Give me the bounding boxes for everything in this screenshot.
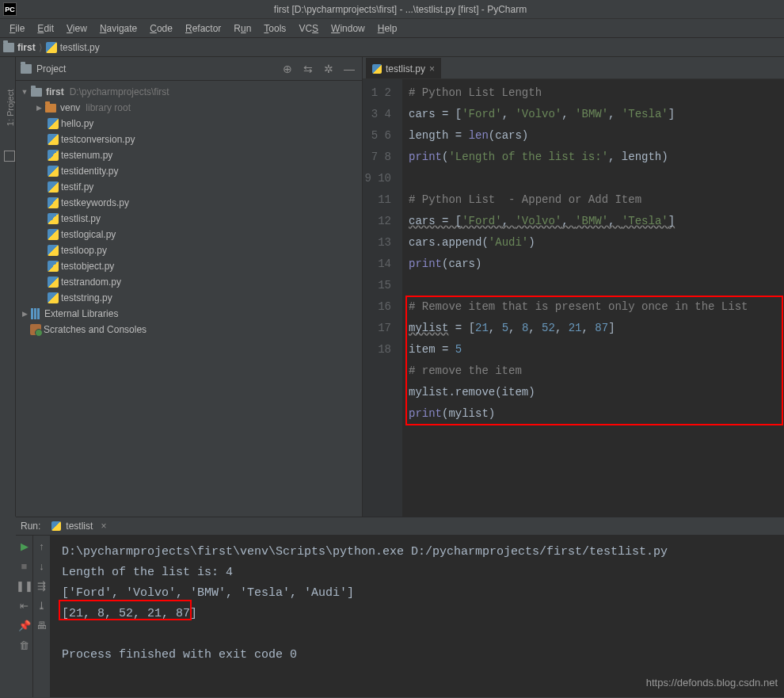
folder-icon xyxy=(31,88,42,97)
hide-icon[interactable]: — xyxy=(341,61,357,77)
tree-file[interactable]: testlogical.py xyxy=(16,227,362,242)
menu-bar: File Edit View Navigate Code Refactor Ru… xyxy=(0,19,784,38)
project-panel-title: Project xyxy=(36,63,66,74)
tool-window-stripe-left: 1: Project xyxy=(0,57,16,517)
main-area: 1: Project Project ⊕ ⇆ ✲ — ▼ first D:\py… xyxy=(0,57,784,517)
tree-file[interactable]: testif.py xyxy=(16,179,362,195)
tree-file[interactable]: teststring.py xyxy=(16,290,362,306)
tree-file[interactable]: testloop.py xyxy=(16,242,362,258)
menu-refactor[interactable]: Refactor xyxy=(181,21,226,36)
python-file-icon xyxy=(48,197,59,208)
app-logo-icon: PC xyxy=(3,2,17,16)
menu-help[interactable]: Help xyxy=(373,21,402,36)
menu-tools[interactable]: Tools xyxy=(259,21,291,36)
editor-tab[interactable]: testlist.py × xyxy=(366,58,441,78)
project-tool-tab[interactable]: 1: Project xyxy=(6,90,15,126)
folder-icon xyxy=(3,43,14,52)
exit-icon[interactable]: ⇤ xyxy=(20,600,29,612)
breadcrumb-separator: ⟩ xyxy=(39,42,43,53)
tool-window-icon[interactable] xyxy=(4,151,15,162)
tree-file[interactable]: testconversion.py xyxy=(16,132,362,147)
library-icon xyxy=(31,308,42,319)
python-file-icon xyxy=(48,150,59,161)
watermark-text: https://defonds.blog.csdn.net xyxy=(646,677,778,688)
close-icon[interactable]: × xyxy=(429,63,435,74)
gear-icon[interactable]: ✲ xyxy=(321,61,337,77)
menu-navigate[interactable]: Navigate xyxy=(95,21,142,36)
tree-root[interactable]: ▼ first D:\pycharmprojects\first xyxy=(16,84,362,100)
chevron-right-icon: ▶ xyxy=(35,104,43,112)
wrap-icon[interactable]: ⇶ xyxy=(37,580,46,592)
python-file-icon xyxy=(372,64,382,74)
editor-area: testlist.py × 1 2 3 4 5 6 7 8 9 10 11 12… xyxy=(363,57,784,517)
menu-vcs[interactable]: VCS xyxy=(294,21,323,36)
editor-tabs: testlist.py × xyxy=(363,57,784,79)
window-title: first [D:\pycharmprojects\first] - ...\t… xyxy=(17,4,784,15)
python-file-icon xyxy=(48,292,59,303)
tab-label: testlist.py xyxy=(386,63,425,74)
menu-edit[interactable]: Edit xyxy=(32,21,59,36)
python-file-icon xyxy=(48,277,59,288)
locate-icon[interactable]: ⊕ xyxy=(280,61,295,77)
highlight-box xyxy=(405,296,783,425)
tree-ext-lib[interactable]: ▶ External Libraries xyxy=(16,306,362,322)
python-file-icon xyxy=(51,521,61,531)
python-file-icon xyxy=(46,42,57,53)
tree-file[interactable]: testenum.py xyxy=(16,147,362,163)
print-icon[interactable]: 🖶 xyxy=(36,620,47,631)
run-toolbar-1: ▶ ■ ❚❚ ⇤ 📌 🗑 xyxy=(16,536,33,697)
project-tree: ▼ first D:\pycharmprojects\first ▶ venv … xyxy=(16,81,362,341)
title-bar: PC first [D:\pycharmprojects\first] - ..… xyxy=(0,0,784,19)
stop-icon[interactable]: ■ xyxy=(21,560,28,572)
folder-icon xyxy=(21,64,32,74)
menu-run[interactable]: Run xyxy=(229,21,256,36)
rerun-icon[interactable]: ▶ xyxy=(21,540,29,552)
menu-view[interactable]: View xyxy=(62,21,92,36)
scratches-icon xyxy=(30,324,41,335)
breadcrumb-folder[interactable]: first xyxy=(17,42,36,53)
chevron-down-icon: ▼ xyxy=(21,88,29,96)
pause-icon[interactable]: ❚❚ xyxy=(16,580,33,592)
run-header: Run: testlist × xyxy=(16,517,784,536)
tree-scratch[interactable]: Scratches and Consoles xyxy=(16,322,362,338)
trash-icon[interactable]: 🗑 xyxy=(19,639,29,651)
code-body[interactable]: # Python List Length cars = ['Ford', 'Vo… xyxy=(402,79,784,517)
close-icon[interactable]: × xyxy=(101,521,106,532)
venv-hint: library root xyxy=(86,102,131,113)
tree-file[interactable]: testkeywords.py xyxy=(16,195,362,211)
tree-file[interactable]: testidentity.py xyxy=(16,163,362,179)
menu-window[interactable]: Window xyxy=(326,21,370,36)
python-file-icon xyxy=(48,118,59,129)
down-icon[interactable]: ↓ xyxy=(39,560,44,572)
run-output-area: ▶ ■ ❚❚ ⇤ 📌 🗑 ↑ ↓ ⇶ ⤓ 🖶 D:\pycharmproject… xyxy=(16,517,784,697)
menu-file[interactable]: File xyxy=(5,21,29,36)
tree-root-path: D:\pycharmprojects\first xyxy=(70,86,169,97)
run-tab-label[interactable]: testlist xyxy=(66,521,93,532)
collapse-icon[interactable]: ⇆ xyxy=(300,61,316,77)
python-file-icon xyxy=(48,261,59,272)
project-header: Project ⊕ ⇆ ✲ — xyxy=(16,57,362,81)
python-file-icon xyxy=(48,213,59,224)
run-output[interactable]: D:\pycharmprojects\first\venv\Scripts\py… xyxy=(51,536,784,697)
python-file-icon xyxy=(48,245,59,256)
menu-code[interactable]: Code xyxy=(145,21,177,36)
code-editor[interactable]: 1 2 3 4 5 6 7 8 9 10 11 12 13 14 15 16 1… xyxy=(363,79,784,517)
tree-venv[interactable]: ▶ venv library root xyxy=(16,100,362,116)
pin-icon[interactable]: 📌 xyxy=(18,620,31,631)
library-folder-icon xyxy=(45,104,56,113)
breadcrumb-bar: first ⟩ testlist.py xyxy=(0,38,784,57)
up-icon[interactable]: ↑ xyxy=(39,540,44,552)
python-file-icon xyxy=(48,181,59,193)
tree-file[interactable]: hello.py xyxy=(16,116,362,132)
tree-file[interactable]: testlist.py xyxy=(16,211,362,227)
tree-file[interactable]: testobject.py xyxy=(16,258,362,274)
python-file-icon xyxy=(48,229,59,240)
line-numbers: 1 2 3 4 5 6 7 8 9 10 11 12 13 14 15 16 1… xyxy=(363,79,402,517)
run-label: Run: xyxy=(21,521,40,532)
breadcrumb-file[interactable]: testlist.py xyxy=(60,42,100,53)
tree-file[interactable]: testrandom.py xyxy=(16,274,362,290)
run-toolbar-2: ↑ ↓ ⇶ ⤓ 🖶 xyxy=(33,536,51,697)
scroll-icon[interactable]: ⤓ xyxy=(37,600,46,612)
venv-label: venv xyxy=(60,102,80,113)
tree-root-label: first xyxy=(46,86,64,97)
